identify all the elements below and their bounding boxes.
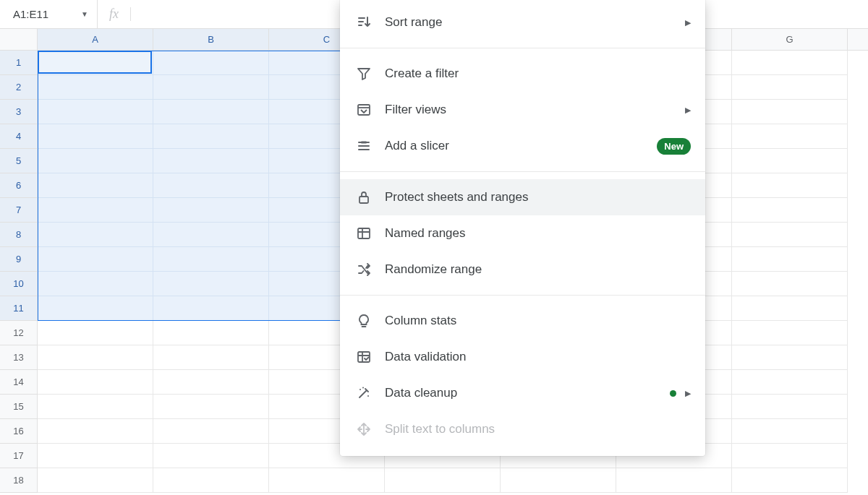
row-header[interactable]: 2	[0, 75, 38, 100]
chevron-right-icon: ▶	[685, 106, 691, 115]
menu-item-label: Data validation	[385, 350, 678, 364]
cell[interactable]	[38, 321, 153, 345]
cell[interactable]	[153, 51, 269, 75]
cell[interactable]	[38, 75, 153, 100]
cell[interactable]	[153, 173, 269, 198]
menu-item-create-filter[interactable]: Create a filter	[340, 56, 705, 92]
cell[interactable]	[616, 468, 732, 493]
row-header[interactable]: 11	[0, 296, 38, 321]
row-header[interactable]: 8	[0, 223, 38, 247]
cell[interactable]	[153, 247, 269, 272]
cell[interactable]	[153, 223, 269, 247]
split-icon	[356, 421, 372, 437]
cell[interactable]	[153, 345, 269, 370]
row-header[interactable]: 12	[0, 321, 38, 345]
cell[interactable]	[38, 444, 153, 468]
cell[interactable]	[732, 395, 848, 419]
cell[interactable]	[732, 321, 848, 345]
cell[interactable]	[732, 149, 848, 173]
cell[interactable]	[732, 173, 848, 198]
cell[interactable]	[732, 198, 848, 223]
menu-item-sort-range[interactable]: Sort range▶	[340, 4, 705, 40]
cell[interactable]	[153, 444, 269, 468]
row-header[interactable]: 13	[0, 345, 38, 370]
cell[interactable]	[38, 468, 153, 493]
cell[interactable]	[501, 468, 616, 493]
cell[interactable]	[38, 345, 153, 370]
cell[interactable]	[153, 419, 269, 444]
row-header[interactable]: 1	[0, 51, 38, 75]
name-box[interactable]: A1:E11 ▼	[0, 0, 97, 28]
cell[interactable]	[732, 419, 848, 444]
menu-item-label: Randomize range	[385, 262, 678, 277]
menu-item-named-ranges[interactable]: Named ranges	[340, 215, 705, 251]
menu-item-column-stats[interactable]: Column stats	[340, 303, 705, 339]
row-header[interactable]: 3	[0, 100, 38, 124]
cell[interactable]	[153, 370, 269, 395]
cell[interactable]	[38, 370, 153, 395]
cell[interactable]	[153, 198, 269, 223]
cell[interactable]	[732, 272, 848, 296]
cell[interactable]	[153, 124, 269, 149]
cell[interactable]	[38, 51, 153, 75]
row-header[interactable]: 9	[0, 247, 38, 272]
cell[interactable]	[38, 395, 153, 419]
row-header[interactable]: 5	[0, 149, 38, 173]
cell[interactable]	[38, 100, 153, 124]
cell[interactable]	[38, 124, 153, 149]
menu-item-data-cleanup[interactable]: Data cleanup▶	[340, 375, 705, 411]
funnel-icon	[356, 66, 372, 82]
cell[interactable]	[153, 272, 269, 296]
row-header[interactable]: 7	[0, 198, 38, 223]
cell[interactable]	[732, 100, 848, 124]
cell[interactable]	[153, 149, 269, 173]
cell[interactable]	[385, 468, 501, 493]
cell[interactable]	[38, 223, 153, 247]
cell[interactable]	[153, 321, 269, 345]
row-header[interactable]: 16	[0, 419, 38, 444]
menu-item-label: Column stats	[385, 314, 678, 328]
menu-separator	[340, 48, 705, 48]
menu-item-protect[interactable]: Protect sheets and ranges	[340, 179, 705, 215]
row-header[interactable]: 14	[0, 370, 38, 395]
cell[interactable]	[38, 247, 153, 272]
column-header[interactable]: B	[153, 29, 269, 50]
column-header[interactable]: G	[732, 29, 848, 50]
menu-item-add-slicer[interactable]: Add a slicerNew	[340, 128, 705, 164]
cell[interactable]	[153, 296, 269, 321]
cell[interactable]	[269, 468, 385, 493]
menu-item-data-validation[interactable]: Data validation	[340, 339, 705, 375]
menu-item-filter-views[interactable]: Filter views▶	[340, 92, 705, 128]
row-header[interactable]: 17	[0, 444, 38, 468]
row-header[interactable]: 18	[0, 468, 38, 493]
column-header[interactable]: A	[38, 29, 153, 50]
cell[interactable]	[38, 296, 153, 321]
cell[interactable]	[153, 75, 269, 100]
cell[interactable]	[732, 296, 848, 321]
cell[interactable]	[38, 419, 153, 444]
row-header[interactable]: 4	[0, 124, 38, 149]
menu-item-label: Create a filter	[385, 66, 678, 81]
cell[interactable]	[732, 468, 848, 493]
cell[interactable]	[732, 124, 848, 149]
cell[interactable]	[153, 395, 269, 419]
row-header[interactable]: 10	[0, 272, 38, 296]
cell[interactable]	[732, 223, 848, 247]
select-all-corner[interactable]	[0, 29, 38, 50]
cell[interactable]	[38, 173, 153, 198]
cell[interactable]	[38, 198, 153, 223]
cell[interactable]	[153, 468, 269, 493]
menu-item-randomize[interactable]: Randomize range	[340, 251, 705, 288]
menu-item-right: New	[657, 138, 691, 155]
cell[interactable]	[38, 272, 153, 296]
cell[interactable]	[732, 247, 848, 272]
cell[interactable]	[38, 149, 153, 173]
cell[interactable]	[732, 51, 848, 75]
cell[interactable]	[732, 75, 848, 100]
cell[interactable]	[732, 370, 848, 395]
cell[interactable]	[153, 100, 269, 124]
cell[interactable]	[732, 345, 848, 370]
row-header[interactable]: 6	[0, 173, 38, 198]
row-header[interactable]: 15	[0, 395, 38, 419]
cell[interactable]	[732, 444, 848, 468]
